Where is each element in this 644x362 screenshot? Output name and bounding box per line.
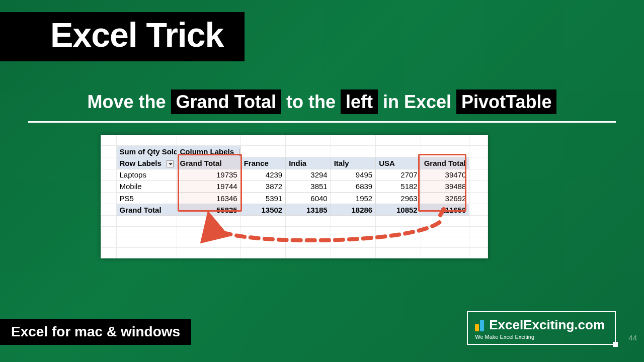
- brand-name: ExcelExciting.com: [489, 317, 605, 333]
- cell: 3851: [286, 180, 331, 192]
- cell: 16346: [177, 193, 240, 204]
- divider: [28, 121, 616, 123]
- brand-corner-accent: [613, 342, 618, 347]
- table-row: Laptops 19735 4239 3294 9495 2707 39470: [101, 169, 488, 180]
- cell: 32692: [421, 193, 469, 204]
- row-label: Mobile: [116, 180, 177, 192]
- cell: 111650: [421, 204, 469, 216]
- subtitle-highlight-3: PivotTable: [456, 89, 556, 114]
- cell: 4239: [240, 169, 286, 180]
- subtitle-text-1: Move the: [88, 92, 166, 112]
- cell: 2707: [376, 169, 421, 180]
- row-labels-header[interactable]: Row Labels: [116, 157, 177, 169]
- cell: 5391: [240, 193, 286, 204]
- footnote-platform: Excel for mac & windows: [0, 319, 191, 345]
- cell: 2963: [376, 193, 421, 204]
- page-title: Excel Trick: [0, 12, 245, 61]
- cell: 19744: [177, 180, 240, 192]
- cell: 39470: [421, 169, 469, 180]
- cell: 10852: [376, 204, 421, 216]
- cell: 1952: [331, 193, 376, 204]
- brand-box: ExcelExciting.com We Make Excel Exciting: [467, 311, 616, 345]
- brand-logo-icon: [475, 319, 484, 331]
- cell: 6839: [331, 180, 376, 192]
- cell: 55825: [177, 204, 240, 216]
- cell: 3294: [286, 169, 331, 180]
- row-labels-text: Row Labels: [120, 159, 162, 167]
- col-header-grand-total-left: Grand Total: [177, 157, 240, 169]
- subtitle: Move the Grand Total to the left in Exce…: [28, 89, 616, 123]
- column-labels-text: Column Labels: [180, 147, 234, 156]
- cell: 13502: [240, 204, 286, 216]
- cell: 19735: [177, 169, 240, 180]
- row-label: Laptops: [116, 169, 177, 180]
- measure-label: Sum of Qty Sold.: [116, 146, 177, 157]
- row-label-grand-total: Grand Total: [116, 204, 177, 216]
- cell: 18286: [331, 204, 376, 216]
- subtitle-highlight-2: left: [341, 89, 378, 114]
- cell: 39488: [421, 180, 469, 192]
- cell: 13185: [286, 204, 331, 216]
- table-row: PS5 16346 5391 6040 1952 2963 32692: [101, 193, 488, 204]
- pivot-table-screenshot: Sum of Qty Sold. Column Labels Row Label…: [101, 135, 488, 258]
- cell: 5182: [376, 180, 421, 192]
- subtitle-line: Move the Grand Total to the left in Exce…: [28, 89, 616, 114]
- grand-total-row: Grand Total 55825 13502 13185 18286 1085…: [101, 204, 488, 216]
- cell: 9495: [331, 169, 376, 180]
- brand-tagline: We Make Excel Exciting: [475, 334, 605, 340]
- cell: 3872: [240, 180, 286, 192]
- col-header-grand-total-right: Grand Total: [421, 157, 469, 169]
- column-labels-header[interactable]: Column Labels: [177, 146, 240, 157]
- subtitle-text-3: in Excel: [383, 92, 451, 112]
- subtitle-highlight-1: Grand Total: [171, 89, 281, 114]
- subtitle-text-2: to the: [286, 92, 336, 112]
- table-row: Mobile 19744 3872 3851 6839 5182 39488: [101, 180, 488, 192]
- cell: 6040: [286, 193, 331, 204]
- chevron-down-icon[interactable]: [167, 160, 174, 167]
- col-header-india: India: [286, 157, 331, 169]
- page-number: 44: [628, 333, 637, 342]
- col-header-usa: USA: [376, 157, 421, 169]
- row-label: PS5: [116, 193, 177, 204]
- col-header-france: France: [240, 157, 286, 169]
- col-header-italy: Italy: [331, 157, 376, 169]
- pivot-table: Sum of Qty Sold. Column Labels Row Label…: [101, 135, 488, 258]
